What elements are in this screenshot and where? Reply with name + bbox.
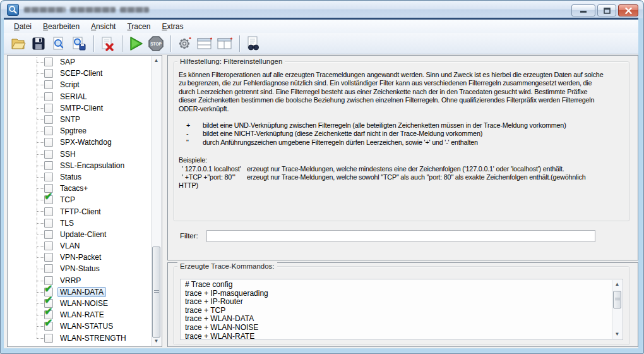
checkbox-spgtree[interactable] [44,126,53,135]
filter-prefix-symbol: + [186,121,203,130]
close-button[interactable] [618,4,638,16]
tree-item-serial[interactable]: SERIAL [8,91,151,102]
menu-item-ansicht[interactable]: Ansicht [85,21,121,32]
new-trace-view-button[interactable] [49,35,68,52]
menu-item-tracen[interactable]: Tracen [121,21,156,32]
tree-item-wlan-rate[interactable]: ✔WLAN-RATE [8,309,151,320]
tree-item-vpn-status[interactable]: VPN-Status [8,263,151,274]
example-pattern: ' 127.0.0.1 localhost' [182,165,247,173]
checkbox-sap[interactable] [44,58,53,66]
layout-vertical-button[interactable] [215,35,234,52]
tree-item-tftp-client[interactable]: TFTP-Client [8,205,151,217]
tree-scrollbar-thumb[interactable] [152,247,160,338]
tree-item-sap[interactable]: SAP [8,56,151,68]
tree-item-spx-watchdog[interactable]: SPX-Watchdog [8,137,151,148]
tree-item-label: WLAN-RATE [57,310,107,320]
stop-trace-button[interactable]: STOP [146,35,165,52]
tree-connector [37,119,44,120]
start-trace-icon [128,35,144,52]
maximize-button[interactable] [597,4,616,16]
checkbox-smtp-client[interactable] [44,104,53,113]
trace-tree-panel: SAPSCEP-ClientScriptSERIALSMTP-ClientSNT… [7,55,162,347]
checkbox-sntp[interactable] [44,115,53,124]
tree-scrollbar[interactable]: ▲ ▼ [151,56,161,346]
checkbox-tcp[interactable]: ✔ [44,195,53,204]
tree-item-label: SSL-Encapsulation [57,161,127,171]
tree-item-label: TCP [57,195,78,205]
help-text-line: Es können Filteroperationen auf alle erz… [179,71,627,79]
trace-command-line: trace + IP-Router [185,298,612,307]
tree-item-vrrp[interactable]: VRRP [8,275,151,286]
tree-item-smtp-client[interactable]: SMTP-Client [8,102,151,114]
title-bar[interactable] [1,1,643,18]
checkbox-status[interactable] [44,173,53,181]
tree-item-spgtree[interactable]: Spgtree [8,125,151,137]
tree-connector [37,177,44,178]
tree-item-wlan-status[interactable]: ✔WLAN-STATUS [8,320,151,332]
filter-input[interactable] [206,230,595,242]
check-icon: ✔ [44,307,52,317]
tree-item-ssl-encapsulation[interactable]: SSL-Encapsulation [8,160,151,171]
checkbox-update-client[interactable] [44,230,53,239]
checkbox-wlan-status[interactable]: ✔ [44,322,53,331]
help-example: ' 127.0.0.1 localhost'erzeugt nur Trace-… [182,165,627,173]
toolbar-separator [93,35,94,52]
checkbox-tls[interactable] [44,219,53,228]
check-icon: ✔ [44,295,52,305]
settings-button[interactable] [175,35,194,52]
tree-item-label: Update-Client [57,229,109,240]
tree-item-tcp[interactable]: ✔TCP [8,194,151,205]
open-trace-button[interactable] [9,35,28,52]
tree-item-wlan-noise[interactable]: ✔WLAN-NOISE [8,298,151,309]
tree-item-tacacs-[interactable]: Tacacs+ [8,183,151,194]
trace-command-line: # Trace config [185,281,612,290]
checkbox-vpn-packet[interactable] [44,253,53,262]
help-example-overflow-line: HTTP) [179,181,627,190]
scroll-up-icon[interactable]: ▲ [612,280,622,289]
tree-item-update-client[interactable]: Update-Client [8,229,151,240]
delete-trace-button[interactable] [98,35,117,52]
find-in-trace-button[interactable] [244,35,263,52]
commands-scrollbar[interactable]: ▲ ▼ [612,280,622,339]
save-trace-view-button[interactable] [69,35,88,52]
filter-row: Filter: [168,230,638,244]
tree-item-status[interactable]: Status [8,171,151,183]
checkbox-ssl-encapsulation[interactable] [44,161,53,170]
tree-connector [37,131,44,131]
tree-item-ssh[interactable]: SSH [8,149,151,160]
minimize-button[interactable] [571,4,595,16]
menu-item-bearbeiten[interactable]: Bearbeiten [37,21,85,32]
scroll-down-icon[interactable]: ▼ [152,337,161,346]
menu-item-datei[interactable]: Datei [8,21,37,32]
tree-item-wlan-strength[interactable]: WLAN-STRENGTH [8,333,151,344]
find-binoculars-icon [245,36,261,51]
scroll-down-icon[interactable]: ▼ [612,330,622,339]
layout-horizontal-button[interactable] [195,35,214,52]
menu-item-extras[interactable]: Extras [156,21,189,32]
tree-item-vlan[interactable]: VLAN [8,240,151,252]
commands-scrollbar-thumb[interactable] [613,291,621,308]
start-trace-button[interactable] [126,35,145,52]
tree-item-sntp[interactable]: SNTP [8,114,151,125]
checkbox-vlan[interactable] [44,241,53,250]
checkbox-serial[interactable] [44,92,53,101]
checkbox-script[interactable] [44,80,53,89]
checkbox-ssh[interactable] [44,150,53,159]
save-trace-button[interactable] [29,35,48,52]
tree-item-script[interactable]: Script [8,79,151,90]
tree-item-label: TFTP-Client [57,207,104,217]
checkbox-wlan-strength[interactable] [44,334,53,343]
tree-item-wlan-data[interactable]: ✔WLAN-DATA [8,286,151,298]
tree-connector [37,142,44,143]
tree-connector [37,188,44,189]
tree-item-vpn-packet[interactable]: VPN-Packet [8,252,151,263]
tree-item-tls[interactable]: TLS [8,217,151,229]
checkbox-tftp-client[interactable] [44,207,53,216]
checkbox-vpn-status[interactable] [44,264,53,273]
scroll-up-icon[interactable]: ▲ [152,56,161,65]
trace-commands-output[interactable]: # Trace configtrace + IP-masqueradingtra… [180,279,623,340]
checkbox-spx-watchdog[interactable] [44,138,53,147]
help-rule: +bildet eine UND-Verknüpfung zwischen Fi… [186,121,627,130]
tree-item-scep-client[interactable]: SCEP-Client [8,68,151,79]
checkbox-scep-client[interactable] [44,69,53,78]
